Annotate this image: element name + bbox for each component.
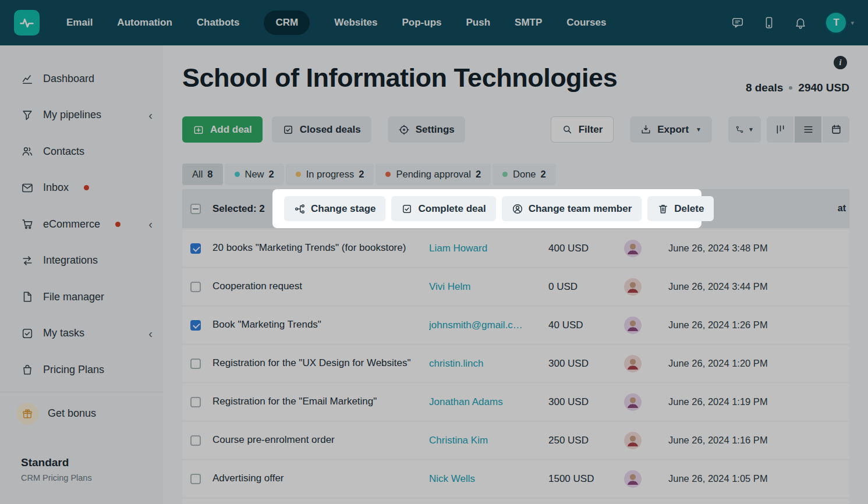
calendar-view-button[interactable]: [823, 116, 849, 143]
delete-button[interactable]: Delete: [647, 196, 714, 221]
sidebar-item-contacts[interactable]: Contacts: [0, 133, 163, 170]
deal-contact-link[interactable]: Christina Kim: [429, 435, 548, 446]
nav-item-automation[interactable]: Automation: [117, 17, 172, 29]
nav-item-courses[interactable]: Courses: [566, 17, 606, 29]
plan-subtitle[interactable]: CRM Pricing Plans: [21, 473, 163, 482]
mobile-icon[interactable]: [762, 16, 776, 30]
sidebar-item-integrations[interactable]: Integrations: [0, 243, 163, 279]
export-button[interactable]: Export ▼: [630, 116, 712, 143]
deal-created-date: June 26, 2024 1:26 PM: [668, 320, 841, 331]
tab-label: All: [192, 169, 203, 180]
toolbar-right-cluster: Filter Export ▼ ▼: [551, 116, 849, 143]
tab-label: Done: [513, 169, 536, 180]
tab-count: 8: [207, 169, 212, 180]
automation-flow-button[interactable]: ▼: [728, 116, 761, 143]
tab-pending-approval[interactable]: Pending approval2: [375, 164, 491, 185]
deal-row[interactable]: Book "Marketing Trends" johnsmith@gmail.…: [182, 307, 849, 343]
tab-done[interactable]: Done2: [493, 164, 556, 185]
deal-contact-link[interactable]: johnsmith@gmail.c…: [429, 320, 548, 331]
sidebar-item-my-pipelines[interactable]: My pipelines ‹: [0, 97, 163, 134]
add-deal-button[interactable]: Add deal: [182, 116, 263, 143]
inbox-icon: [21, 182, 34, 194]
row-checkbox[interactable]: [190, 320, 201, 331]
deal-row[interactable]: 20 books "Marketing Trends" (for booksto…: [182, 230, 849, 267]
kanban-view-button[interactable]: [767, 116, 793, 143]
top-navigation: Email Automation Chatbots CRM Websites P…: [0, 0, 868, 45]
chevron-collapse-icon[interactable]: ‹: [148, 328, 153, 339]
sidebar-item-ecommerce[interactable]: eCommerce ‹: [0, 206, 163, 243]
nav-item-push[interactable]: Push: [466, 17, 491, 29]
bell-icon[interactable]: [793, 16, 807, 30]
status-dot: [502, 172, 508, 177]
notification-dot: [84, 185, 89, 190]
deal-contact-link[interactable]: Liam Howard: [429, 243, 548, 254]
row-checkbox[interactable]: [190, 474, 201, 484]
deals-table: Selected: 2 at 20 books "Marketing Trend…: [182, 189, 849, 504]
deal-contact-link[interactable]: Nick Wells: [429, 473, 548, 485]
view-switcher: [767, 116, 849, 143]
chat-icon[interactable]: [731, 16, 745, 30]
deal-row[interactable]: Course pre-enrolment order Christina Kim…: [182, 422, 849, 459]
change-team-member-button[interactable]: Change team member: [502, 196, 642, 221]
deal-created-date: June 26, 2024 1:19 PM: [668, 396, 841, 407]
nav-item-smtp[interactable]: SMTP: [515, 17, 542, 29]
list-view-button[interactable]: [795, 116, 821, 143]
tab-new[interactable]: New2: [225, 164, 284, 185]
deal-contact-link[interactable]: Vivi Helm: [429, 281, 548, 293]
row-checkbox[interactable]: [190, 359, 201, 369]
deal-row[interactable]: Advertising offer Nick Wells 1500 USD Ju…: [182, 460, 849, 497]
closed-deals-button[interactable]: Closed deals: [272, 116, 371, 143]
tab-all[interactable]: All8: [182, 164, 223, 185]
sidebar-item-get-bonus[interactable]: Get bonus: [0, 396, 163, 432]
deal-contact-link[interactable]: Jonathan Adams: [429, 396, 548, 408]
chevron-collapse-icon[interactable]: ‹: [148, 109, 153, 121]
deal-row[interactable]: Registration for the "Email Marketing" J…: [182, 384, 849, 420]
complete-deal-button[interactable]: Complete deal: [391, 196, 495, 221]
select-all-checkbox[interactable]: [190, 204, 201, 214]
nav-item-email[interactable]: Email: [66, 17, 93, 29]
sidebar-item-label: Contacts: [43, 145, 84, 158]
contact-avatar: [624, 355, 668, 372]
row-checkbox[interactable]: [190, 282, 201, 292]
filter-button[interactable]: Filter: [551, 116, 614, 143]
complete-deal-label: Complete deal: [418, 203, 486, 215]
deal-created-date: June 26, 2024 1:20 PM: [668, 358, 841, 369]
chevron-down-icon: ▼: [748, 126, 754, 133]
kanban-icon: [775, 124, 786, 135]
nav-item-websites[interactable]: Websites: [334, 17, 377, 29]
info-icon[interactable]: i: [834, 56, 847, 69]
sidebar-item-inbox[interactable]: Inbox: [0, 170, 163, 207]
deal-created-date: June 26, 2024 1:05 PM: [668, 473, 841, 484]
deal-amount: 1500 USD: [548, 473, 624, 485]
brand-logo[interactable]: [14, 10, 40, 36]
deal-contact-link[interactable]: christin.linch: [429, 358, 548, 370]
row-checkbox[interactable]: [190, 243, 201, 254]
nav-item-popups[interactable]: Pop-ups: [402, 17, 442, 29]
tab-in-progress[interactable]: In progress2: [286, 164, 374, 185]
deal-name: 20 books "Marketing Trends" (for booksto…: [212, 242, 429, 255]
sidebar-item-file-manager[interactable]: File manager: [0, 279, 163, 315]
sidebar-item-pricing-plans[interactable]: Pricing Plans: [0, 352, 163, 388]
row-checkbox[interactable]: [190, 435, 201, 446]
row-checkbox[interactable]: [190, 397, 201, 407]
sidebar-item-label: Inbox: [43, 182, 69, 194]
sidebar-item-label: Integrations: [43, 254, 98, 267]
deals-total: 2940 USD: [798, 81, 849, 94]
sidebar-divider: [0, 392, 163, 392]
nav-item-chatbots[interactable]: Chatbots: [197, 17, 240, 29]
cart-icon: [21, 218, 34, 230]
change-stage-button[interactable]: Change stage: [284, 196, 385, 221]
settings-button[interactable]: Settings: [388, 116, 465, 143]
deal-row[interactable]: Cooperation request Vivi Helm 0 USD June…: [182, 268, 849, 305]
deal-name: Cooperation request: [212, 280, 429, 293]
user-avatar[interactable]: T: [825, 12, 847, 34]
deal-name: Advertising offer: [212, 472, 429, 485]
chevron-collapse-icon[interactable]: ‹: [148, 218, 153, 230]
sidebar-item-my-tasks[interactable]: My tasks ‹: [0, 315, 163, 352]
checkbox-icon: [282, 124, 294, 136]
account-menu[interactable]: T ▾: [825, 12, 854, 34]
deal-amount: 0 USD: [548, 281, 624, 293]
deal-row[interactable]: Registration for the "UX Design for Webs…: [182, 345, 849, 382]
sidebar-item-dashboard[interactable]: Dashboard: [0, 61, 163, 97]
nav-item-crm[interactable]: CRM: [264, 10, 310, 35]
